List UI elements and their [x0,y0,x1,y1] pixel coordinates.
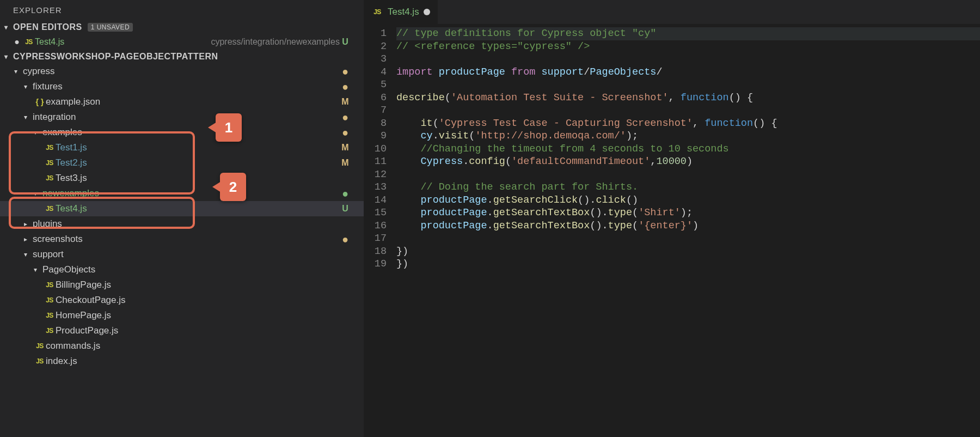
code-line[interactable] [396,53,980,66]
chevron-right-icon: ▸ [24,235,30,243]
code-line[interactable]: //Changing the timeout from 4 seconds to… [396,143,980,156]
line-number: 18 [364,245,387,258]
folder-label: support [33,249,351,260]
folder-cypress[interactable]: ▾cypress● [0,64,364,79]
line-number: 19 [364,258,387,271]
tab-label: Test4.js [388,7,419,17]
chevron-down-icon: ▾ [4,23,11,31]
folder-integration[interactable]: ▾integration● [0,110,364,125]
git-dirty-dot-icon: ● [340,114,351,120]
code-line[interactable] [396,232,980,245]
code-line[interactable]: // Doing the search part for Shirts. [396,181,980,194]
git-dirty-dot-icon: ● [340,191,351,196]
git-status: M [340,143,351,153]
js-file-icon: JS [44,144,56,151]
file-label: BillingPage.js [56,280,351,290]
js-file-icon: JS [44,296,56,304]
code-line[interactable] [396,168,980,181]
chevron-down-icon: ▾ [34,190,40,197]
code-line[interactable] [396,104,980,117]
file-commands.js[interactable]: JScommands.js [0,338,364,354]
git-status: U [340,37,351,47]
code-line[interactable]: productPage.getSearchTextBox().type('{en… [396,220,980,233]
file-index.js[interactable]: JSindex.js [0,354,364,369]
line-number: 8 [364,117,387,130]
folder-label: cypress [23,66,340,77]
js-file-icon: JS [371,8,383,16]
code-area[interactable]: 12345678910111213141516171819 // type de… [364,24,980,437]
git-dirty-dot-icon: ● [340,130,351,135]
code-line[interactable]: // <reference types="cypress" /> [396,40,980,53]
code-line[interactable]: }) [396,258,980,271]
json-file-icon: { } [34,98,46,106]
file-HomePage.js[interactable]: JSHomePage.js [0,308,364,323]
file-example.json[interactable]: { }example.jsonM [0,94,364,110]
git-dirty-dot-icon: ● [340,69,351,74]
file-label: index.js [46,356,351,367]
chevron-down-icon: ▾ [34,129,40,136]
open-editors-header[interactable]: ▾ OPEN EDITORS 1 UNSAVED [0,20,364,34]
code-line[interactable] [396,78,980,92]
tab-bar: JS Test4.js [364,0,980,24]
folder-label: integration [33,112,340,123]
code-line[interactable]: cy.visit('http://shop.demoqa.com/'); [396,130,980,143]
folder-examples[interactable]: ▾examples● [0,125,364,140]
code-line[interactable]: productPage.getSearchClick().click() [396,194,980,207]
folder-fixtures[interactable]: ▾fixtures● [0,79,364,94]
folder-support[interactable]: ▾support [0,247,364,262]
code-line[interactable]: Cypress.config('defaultCommandTimeout',1… [396,155,980,168]
explorer-title: EXPLORER [0,0,364,20]
js-file-icon: JS [44,159,56,167]
line-number: 6 [364,92,387,105]
file-CheckoutPage.js[interactable]: JSCheckoutPage.js [0,293,364,308]
folder-label: newexamples [42,188,340,199]
line-number: 5 [364,78,387,92]
chevron-down-icon: ▾ [24,113,30,121]
folder-screenshots[interactable]: ▸screenshots● [0,232,364,247]
file-label: ProductPage.js [56,325,351,336]
line-number: 3 [364,53,387,66]
git-status: M [340,97,351,107]
file-ProductPage.js[interactable]: JSProductPage.js [0,323,364,338]
open-editors-label: OPEN EDITORS [13,22,82,32]
line-number: 12 [364,168,387,181]
file-Test2.js[interactable]: JSTest2.jsM [0,155,364,171]
line-number: 7 [364,104,387,117]
git-dirty-dot-icon: ● [340,84,351,89]
code-line[interactable]: // type definitions for Cypress object "… [396,27,980,40]
folder-label: fixtures [33,81,340,92]
folder-label: examples [42,127,340,138]
file-label: example.json [46,96,340,107]
file-label: HomePage.js [56,310,351,321]
open-editor-item[interactable]: ● JS Test4.js cypress/integration/newexa… [0,34,364,50]
git-dirty-dot-icon: ● [340,236,351,242]
file-tree: ▾cypress●▾fixtures●{ }example.jsonM▾inte… [0,64,364,437]
folder-plugins[interactable]: ▸plugins [0,216,364,232]
dirty-indicator-icon: ● [11,37,23,47]
editor-panel: JS Test4.js 1234567891011121314151617181… [364,0,980,437]
line-number: 1 [364,27,387,40]
chevron-down-icon: ▾ [4,53,11,60]
file-Test3.js[interactable]: JSTest3.js [0,171,364,186]
tab-test4[interactable]: JS Test4.js [364,0,438,24]
dirty-indicator-icon [424,9,430,15]
folder-newexamples[interactable]: ▾newexamples● [0,186,364,201]
workspace-header[interactable]: ▾ CYPRESSWORKSHOP-PAGEOBJECTPATTERN [0,50,364,64]
code-line[interactable]: it('Cypress Test Case - Capturing Screen… [396,117,980,130]
git-status: M [340,158,351,168]
code-line[interactable]: describe('Automation Test Suite - Screen… [396,92,980,105]
folder-label: plugins [33,218,351,229]
line-number: 14 [364,194,387,207]
js-file-icon: JS [44,281,56,289]
code-line[interactable]: }) [396,245,980,258]
code-content[interactable]: // type definitions for Cypress object "… [396,27,980,437]
file-Test4.js[interactable]: JSTest4.jsU [0,201,364,216]
folder-PageObjects[interactable]: ▾PageObjects [0,262,364,277]
code-line[interactable]: productPage.getSearchTextBox().type('Shi… [396,207,980,220]
file-Test1.js[interactable]: JSTest1.jsM [0,140,364,155]
js-file-icon: JS [44,174,56,182]
code-line[interactable]: import productPage from support/PageObje… [396,66,980,79]
line-number: 13 [364,181,387,194]
js-file-icon: JS [44,312,56,319]
file-BillingPage.js[interactable]: JSBillingPage.js [0,277,364,293]
